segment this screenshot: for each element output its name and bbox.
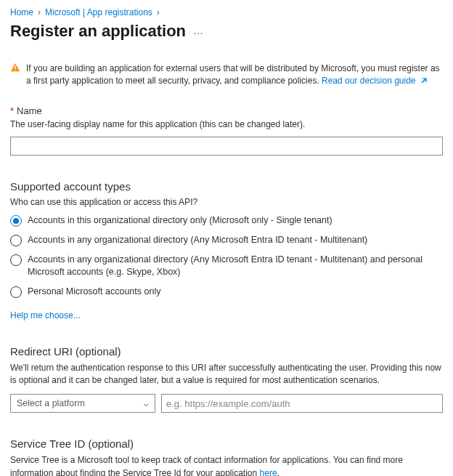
chevron-right-icon: › — [38, 7, 41, 17]
account-type-option-personal-only[interactable]: Personal Microsoft accounts only — [10, 286, 443, 298]
first-party-alert: If you are building an application for e… — [10, 62, 443, 89]
radio-icon — [10, 235, 22, 246]
redirect-uri-heading: Redirect URI (optional) — [10, 345, 443, 358]
breadcrumb-app-registrations[interactable]: Microsoft | App registrations — [45, 7, 152, 17]
name-help: The user-facing display name for this ap… — [10, 119, 443, 129]
external-link-icon — [420, 76, 428, 89]
account-types-radio-group: Accounts in this organizational director… — [10, 214, 443, 298]
svg-rect-1 — [15, 70, 15, 70]
account-type-option-multitenant[interactable]: Accounts in any organizational directory… — [10, 234, 443, 246]
more-actions-icon[interactable]: … — [193, 25, 204, 36]
breadcrumb: Home › Microsoft | App registrations › — [10, 7, 443, 17]
chevron-down-icon: ⌵ — [144, 399, 149, 408]
service-tree-description: Service Tree is a Microsoft tool to keep… — [10, 454, 443, 476]
redirect-uri-description: We'll return the authentication response… — [10, 362, 443, 387]
breadcrumb-home[interactable]: Home — [10, 7, 33, 17]
warning-icon — [10, 62, 20, 89]
account-type-option-multitenant-personal[interactable]: Accounts in any organizational directory… — [10, 254, 443, 278]
service-tree-heading: Service Tree ID (optional) — [10, 437, 443, 450]
radio-label: Accounts in any organizational directory… — [28, 234, 367, 246]
account-types-heading: Supported account types — [10, 180, 443, 193]
radio-label: Personal Microsoft accounts only — [28, 286, 160, 298]
radio-icon — [10, 254, 22, 266]
service-tree-here-link[interactable]: here — [260, 468, 277, 476]
radio-label: Accounts in any organizational directory… — [28, 254, 443, 278]
chevron-right-icon: › — [157, 7, 160, 17]
name-input[interactable] — [10, 137, 443, 156]
help-me-choose-link[interactable]: Help me choose... — [10, 310, 81, 320]
platform-select-value: Select a platform — [17, 398, 85, 408]
platform-select[interactable]: Select a platform ⌵ — [10, 394, 155, 413]
radio-label: Accounts in this organizational director… — [28, 214, 332, 227]
account-type-option-single-tenant[interactable]: Accounts in this organizational director… — [10, 214, 443, 227]
radio-icon — [10, 215, 22, 227]
radio-icon — [10, 286, 22, 298]
account-types-question: Who can use this application or access t… — [10, 197, 443, 207]
svg-rect-0 — [15, 65, 15, 68]
redirect-uri-input[interactable] — [161, 394, 443, 413]
page-title: Register an application — [10, 22, 186, 41]
alert-text: If you are building an application for e… — [26, 62, 443, 89]
name-label: *Name — [10, 105, 443, 116]
required-indicator: * — [10, 105, 14, 116]
decision-guide-link[interactable]: Read our decision guide — [322, 76, 428, 86]
